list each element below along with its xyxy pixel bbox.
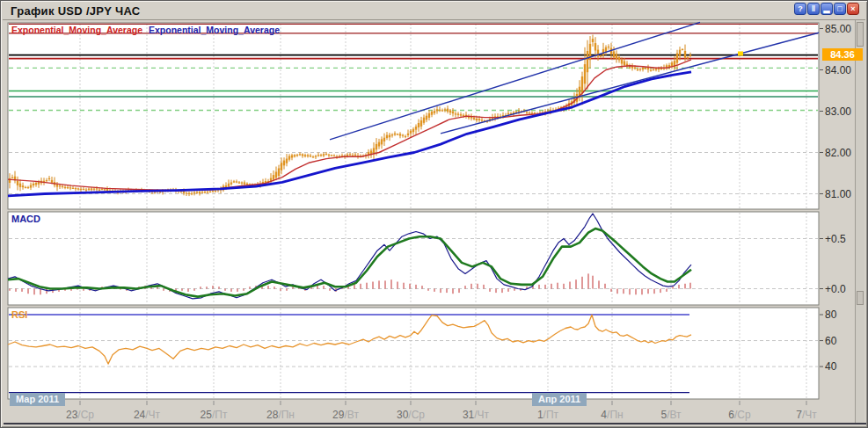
rsi-axis-label: 80 [825, 308, 836, 321]
macd-panel-label: MACD [11, 214, 40, 224]
date-axis-label: 23/Ср [66, 409, 94, 421]
macd-axis-label: +0.0 [825, 283, 846, 295]
date-axis-label: 31/Чт [463, 409, 489, 421]
price-axis-label: 83.00 [825, 105, 851, 118]
trendline-handle[interactable] [738, 51, 743, 55]
main-panel [8, 23, 819, 209]
date-axis-label: 25/Пт [201, 409, 228, 421]
month-badge-mar: Мар 2011 [10, 393, 65, 406]
price-axis-label: 82.00 [825, 147, 851, 159]
date-axis-label: 6/Ср [728, 409, 750, 421]
macd-axis-label: +0.5 [825, 233, 846, 245]
price-axis-label: 84.00 [825, 64, 851, 76]
macd-panel [8, 212, 819, 305]
rsi-panel [8, 308, 819, 399]
chart-window: График USD /JPY ЧАС ? ‖ ▂ □ × Exponentia… [0, 0, 868, 428]
rsi-axis-label: 60 [825, 335, 836, 347]
price-axis-label: 85.00 [825, 23, 851, 35]
date-axis-label: 24/Чт [134, 409, 160, 421]
legend-ema-red: Exponential_Moving_Average [11, 25, 142, 35]
date-axis-label: 29/Вт [332, 409, 359, 421]
date-axis-label: 30/Ср [397, 409, 425, 421]
legend-ema-blue: Exponential_Moving_Average [149, 25, 280, 35]
rsi-axis-label: 40 [825, 360, 836, 373]
month-badge-apr: Апр 2011 [532, 393, 587, 406]
date-axis-label: 1/Пт [537, 409, 558, 421]
rsi-panel-label: RSI [11, 309, 27, 320]
price-axis-label: 81.00 [825, 188, 851, 200]
current-price-badge: 84.36 [822, 48, 863, 61]
chart-canvas [1, 1, 868, 428]
date-axis-label: 5/Вт [660, 409, 681, 421]
date-axis-label: 4/Пн [601, 409, 623, 421]
date-axis-label: 7/Чт [796, 409, 817, 421]
date-axis-label: 28/Пн [266, 409, 295, 421]
